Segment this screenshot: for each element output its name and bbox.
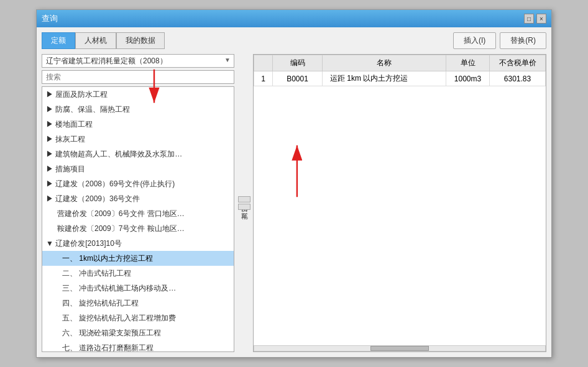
window-body: 定额 人材机 我的数据 插入(I) 替换(R) 辽宁省建筑工程消耗量定额（200…: [37, 27, 551, 357]
tree-item-impact-drill-move[interactable]: 三、 冲击式钻机施工场内移动及…: [42, 281, 234, 296]
side-labels: 费用 耗车: [238, 54, 250, 352]
tree-item-1km-soil[interactable]: 一、 1km以内土方挖运工程: [42, 251, 234, 266]
tab-dinge[interactable]: 定额: [42, 32, 75, 49]
side-label-cost: 费用: [238, 196, 250, 202]
tree-item-yingkou[interactable]: 营建价发〔2009〕6号文件 营口地区…: [42, 206, 234, 221]
minimize-button[interactable]: □: [524, 14, 534, 24]
tree-item-boxbeam[interactable]: 六、 现浇砼箱梁支架预压工程: [42, 325, 234, 340]
cell-code: B0001: [273, 71, 323, 86]
cell-price: 6301.83: [490, 71, 546, 86]
title-bar: 查询 □ ×: [37, 10, 551, 27]
tree-item-plaster[interactable]: ▶ 抹灰工程: [42, 132, 234, 147]
col-header-num: [254, 55, 273, 71]
window-title: 查询: [42, 13, 58, 24]
window-controls: □ ×: [524, 14, 546, 24]
quota-dropdown[interactable]: 辽宁省建筑工程消耗量定额（2008）: [42, 54, 234, 68]
table-row[interactable]: 1 B0001 运距 1km 以内土方挖运 1000m3 6301.83: [254, 71, 546, 86]
left-panel: 辽宁省建筑工程消耗量定额（2008） ▼ ▶ 屋面及防水工程 ▶ 防腐、保温、隔…: [42, 54, 234, 352]
scrollbar-thumb[interactable]: [370, 346, 429, 351]
replace-button[interactable]: 替换(R): [500, 32, 546, 49]
search-input[interactable]: [42, 70, 234, 84]
tree-item-overhead[interactable]: ▶ 建筑物超高人工、机械降效及水泵加…: [42, 147, 234, 161]
insert-button[interactable]: 插入(I): [453, 32, 496, 49]
tab-group: 定额 人材机 我的数据: [42, 32, 165, 49]
tree-item-liaojianjia2013[interactable]: ▼ 辽建价发[2013]10号: [42, 236, 234, 251]
tree-item-anticorrosion[interactable]: ▶ 防腐、保温、隔热工程: [42, 102, 234, 117]
top-bar: 定额 人材机 我的数据 插入(I) 替换(R): [42, 32, 546, 49]
main-content: 辽宁省建筑工程消耗量定额（2008） ▼ ▶ 屋面及防水工程 ▶ 防腐、保温、隔…: [42, 54, 546, 352]
main-window: 查询 □ × 定额 人材机 我的数据 插入(I) 替换(R): [36, 9, 552, 358]
cell-name: 运距 1km 以内土方挖运: [323, 71, 446, 86]
cell-unit: 1000m3: [446, 71, 490, 86]
tree-container: ▶ 屋面及防水工程 ▶ 防腐、保温、隔热工程 ▶ 楼地面工程 ▶ 抹灰工程 ▶ …: [42, 86, 234, 352]
side-label-car: 耗车: [238, 204, 250, 210]
tree-item-measures[interactable]: ▶ 措施项目: [42, 161, 234, 176]
tree-item-rotary-drill[interactable]: 四、 旋挖钻机钻孔工程: [42, 296, 234, 310]
tab-mydata[interactable]: 我的数据: [116, 32, 165, 49]
tree-item-impact-drill[interactable]: 二、 冲击式钻孔工程: [42, 266, 234, 281]
right-panel: 编码 名称 单位 不含税单价 1 B0001: [253, 54, 546, 352]
tree-item-liaojian2009[interactable]: ▶ 辽建发（2009）36号文件: [42, 191, 234, 206]
right-area: 费用 耗车 编码 名称 单位: [238, 54, 546, 352]
tree-item-roof[interactable]: ▶ 屋面及防水工程: [42, 87, 234, 102]
cell-num: 1: [254, 71, 273, 86]
col-header-code: 编码: [273, 55, 323, 71]
table-header-row: 编码 名称 单位 不含税单价: [254, 55, 546, 71]
tree-item-floor[interactable]: ▶ 楼地面工程: [42, 117, 234, 132]
tree-item-rotary-drill-rock[interactable]: 五、 旋挖钻机钻孔入岩工程增加费: [42, 310, 234, 325]
horizontal-scrollbar[interactable]: [254, 345, 546, 351]
tree-item-road-curb[interactable]: 七、 道路边石打磨翻新工程: [42, 340, 234, 352]
table-wrapper: 编码 名称 单位 不含税单价 1 B0001: [254, 55, 546, 344]
col-header-name: 名称: [323, 55, 446, 71]
close-button[interactable]: ×: [536, 14, 546, 24]
data-table: 编码 名称 单位 不含税单价 1 B0001: [254, 55, 546, 86]
tree-item-liaojian2008[interactable]: ▶ 辽建发（2008）69号文件(停止执行): [42, 176, 234, 191]
content-wrapper: 辽宁省建筑工程消耗量定额（2008） ▼ ▶ 屋面及防水工程 ▶ 防腐、保温、隔…: [42, 54, 546, 352]
col-header-unit: 单位: [446, 55, 490, 71]
tab-rencaiji[interactable]: 人材机: [75, 32, 116, 49]
tree-item-anshan[interactable]: 鞍建价发〔2009〕7号文件 鞍山地区…: [42, 221, 234, 236]
action-buttons: 插入(I) 替换(R): [453, 32, 546, 49]
col-header-price: 不含税单价: [490, 55, 546, 71]
